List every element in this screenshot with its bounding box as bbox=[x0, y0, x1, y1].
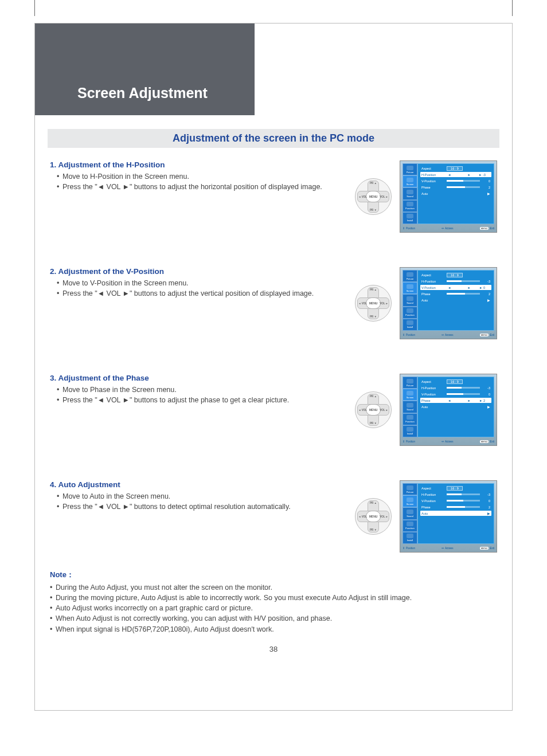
install-icon bbox=[407, 214, 413, 218]
arrow-updown-icon: ⇕ bbox=[403, 547, 405, 550]
remote-dpad: MENUPR ▲PR ▼◄ VOLVOL ► bbox=[355, 391, 392, 428]
osd-tab-screen: Screen bbox=[403, 389, 417, 401]
note-item: •When Auto Adjust is not correctly worki… bbox=[50, 613, 497, 624]
remote-menu-button: MENU bbox=[366, 404, 381, 416]
bullet-item: •Press the "◄ VOL ►" buttons to adjust t… bbox=[50, 395, 348, 405]
osd-tab-function: Function bbox=[403, 200, 417, 212]
remote-up: PR ▲ bbox=[370, 182, 377, 185]
page-number: 38 bbox=[35, 645, 512, 653]
osd-tab-install: Install bbox=[403, 532, 417, 544]
header-band: Screen Adjustment bbox=[35, 23, 512, 115]
bullet-item: •Press the "◄ VOL ►" buttons to adjust t… bbox=[50, 182, 348, 192]
section-2: 2. Adjustment of the V-Position•Move to … bbox=[50, 267, 497, 339]
arrow-leftright-icon: ⇔ bbox=[441, 334, 444, 336]
osd-tab-sound: Sound bbox=[403, 401, 417, 413]
osd-row-h-position: H-Position-3 bbox=[420, 385, 491, 390]
osd-row-auto: Auto▶ bbox=[420, 404, 491, 409]
install-icon bbox=[407, 320, 413, 325]
function-icon bbox=[407, 308, 413, 313]
remote-up: PR ▲ bbox=[370, 502, 377, 504]
sound-icon bbox=[407, 510, 413, 514]
screen-icon bbox=[407, 391, 413, 395]
section-title: 2. Adjustment of the V-Position bbox=[50, 267, 348, 276]
picture-icon bbox=[407, 485, 413, 490]
osd-tab-sound: Sound bbox=[403, 187, 417, 199]
remote-down: PR ▼ bbox=[370, 528, 377, 531]
screen-icon bbox=[407, 178, 413, 182]
osd-row-phase: Phase2 bbox=[420, 185, 491, 190]
remote-menu-button: MENU bbox=[366, 511, 381, 522]
osd-row-v-position: V-Position0 bbox=[420, 498, 491, 503]
arrow-updown-icon: ⇕ bbox=[403, 440, 405, 443]
osd-row-auto: Auto▶ bbox=[420, 511, 491, 516]
remote-dpad: MENUPR ▲PR ▼◄ VOLVOL ► bbox=[355, 285, 392, 322]
osd-row-phase: Phase2 bbox=[420, 504, 491, 510]
note-item: •During the moving picture, Auto Adjust … bbox=[50, 593, 497, 603]
notes-title: Note： bbox=[50, 570, 497, 580]
osd-screenshot: PictureScreenSoundFunctionInstallAspect1… bbox=[400, 267, 497, 339]
function-icon bbox=[407, 522, 413, 526]
screen-icon bbox=[407, 284, 413, 289]
osd-tab-picture: Picture bbox=[403, 483, 417, 495]
osd-row-auto: Auto▶ bbox=[420, 297, 491, 303]
picture-icon bbox=[407, 379, 413, 383]
bullet-item: •Move to Auto in the Screen menu. bbox=[50, 491, 348, 502]
osd-tab-screen: Screen bbox=[403, 495, 417, 507]
figure-group: MENUPR ▲PR ▼◄ VOLVOL ►PictureScreenSound… bbox=[355, 374, 497, 446]
arrow-updown-icon: ⇕ bbox=[403, 227, 405, 230]
function-icon bbox=[407, 415, 413, 420]
remote-right: VOL ► bbox=[380, 515, 388, 518]
bullet-item: •Press the "◄ VOL ►" buttons to adjust t… bbox=[50, 288, 348, 299]
osd-row-phase: Phase◄►► 2 bbox=[420, 398, 491, 403]
remote-left: ◄ VOL bbox=[358, 515, 367, 518]
osd-tab-sound: Sound bbox=[403, 294, 417, 306]
osd-tab-function: Function bbox=[403, 413, 417, 425]
arrow-leftright-icon: ⇔ bbox=[441, 440, 444, 443]
osd-footer: ⇕Position⇔AccessMENUExit bbox=[403, 545, 494, 551]
osd-screenshot: PictureScreenSoundFunctionInstallAspect1… bbox=[400, 374, 497, 446]
osd-row-h-position: H-Position◄►► -3 bbox=[420, 172, 491, 177]
remote-left: ◄ VOL bbox=[358, 302, 367, 305]
page-frame: Screen Adjustment Adjustment of the scre… bbox=[34, 23, 513, 711]
remote-right: VOL ► bbox=[380, 302, 388, 305]
bullet-item: •Press the "◄ VOL ►" buttons to detect o… bbox=[50, 502, 348, 512]
section-3: 3. Adjustment of the Phase•Move to Phase… bbox=[50, 374, 497, 446]
osd-footer: ⇕Position⇔AccessMENUExit bbox=[403, 332, 494, 338]
remote-down: PR ▼ bbox=[370, 209, 377, 211]
note-item: •When input signal is HD(576P,720P,1080i… bbox=[50, 624, 497, 634]
osd-tab-picture: Picture bbox=[403, 377, 417, 389]
osd-screenshot: PictureScreenSoundFunctionInstallAspect1… bbox=[400, 160, 497, 233]
osd-tab-sound: Sound bbox=[403, 507, 417, 519]
function-icon bbox=[407, 202, 413, 206]
osd-row-aspect: Aspect16 : 9 bbox=[420, 272, 491, 277]
bullet-item: •Move to Phase in the Screen menu. bbox=[50, 385, 348, 395]
section-4: 4. Auto Adjustment•Move to Auto in the S… bbox=[50, 480, 497, 553]
remote-right: VOL ► bbox=[380, 409, 388, 412]
section-1: 1. Adjustment of the H-Position•Move to … bbox=[50, 160, 497, 233]
figure-group: MENUPR ▲PR ▼◄ VOLVOL ►PictureScreenSound… bbox=[355, 480, 497, 553]
osd-tab-picture: Picture bbox=[403, 163, 417, 175]
osd-row-v-position: V-Position◄►► 0 bbox=[420, 285, 491, 290]
sound-icon bbox=[407, 190, 413, 194]
osd-row-v-position: V-Position0 bbox=[420, 178, 491, 183]
remote-up: PR ▲ bbox=[370, 288, 377, 291]
bullet-item: •Move to V-Position in the Screen menu. bbox=[50, 278, 348, 288]
install-icon bbox=[407, 534, 413, 538]
osd-footer: ⇕Position⇔AccessMENUExit bbox=[403, 438, 494, 444]
osd-row-v-position: V-Position0 bbox=[420, 391, 491, 397]
note-item: •Auto Adjust works incorrectly on a part… bbox=[50, 603, 497, 613]
menu-pill-icon: MENU bbox=[480, 227, 489, 230]
figure-group: MENUPR ▲PR ▼◄ VOLVOL ►PictureScreenSound… bbox=[355, 160, 497, 233]
remote-dpad: MENUPR ▲PR ▼◄ VOLVOL ► bbox=[355, 498, 392, 535]
picture-icon bbox=[407, 166, 413, 170]
osd-tab-screen: Screen bbox=[403, 175, 417, 187]
osd-row-aspect: Aspect16 : 9 bbox=[420, 166, 491, 171]
osd-row-phase: Phase2 bbox=[420, 291, 491, 296]
picture-icon bbox=[407, 272, 413, 277]
remote-menu-button: MENU bbox=[366, 297, 381, 309]
section-title: 4. Auto Adjustment bbox=[50, 480, 348, 489]
sound-icon bbox=[407, 403, 413, 408]
arrow-leftright-icon: ⇔ bbox=[441, 227, 444, 230]
arrow-leftright-icon: ⇔ bbox=[441, 547, 444, 550]
note-item: •During the Auto Adjust, you must not al… bbox=[50, 582, 497, 593]
